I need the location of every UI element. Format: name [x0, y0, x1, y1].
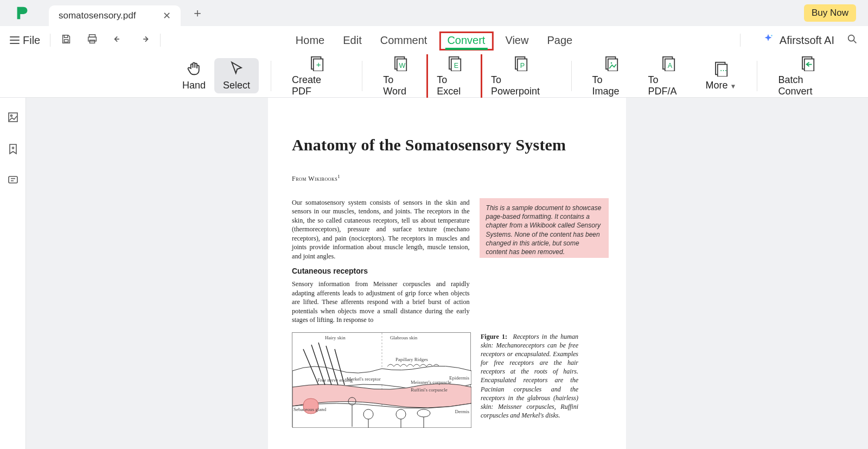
search-icon[interactable] [846, 33, 858, 48]
print-icon[interactable] [86, 33, 98, 47]
tool-to-pdfa[interactable]: A To PDF/A [640, 53, 697, 99]
tool-to-word[interactable]: W To Word [374, 53, 426, 99]
chevron-down-icon: ▼ [730, 83, 737, 90]
right-menu: Afirstsoft AI [730, 33, 858, 48]
svg-rect-28 [805, 59, 814, 71]
paragraph-1: Our somatosensory system consists of sen… [292, 198, 470, 261]
menu-page[interactable]: Page [547, 34, 572, 47]
tool-create-pdf-label: Create PDF [292, 74, 341, 97]
document-tab[interactable]: somatosensory.pdf ✕ [49, 5, 181, 26]
menu-bar: File Home Edit Comment Convert View Page [0, 26, 868, 54]
divider [757, 61, 757, 91]
quick-actions [60, 33, 150, 47]
menu-home[interactable]: Home [296, 34, 324, 47]
tool-to-image-label: To Image [592, 74, 631, 97]
fig-label-ruffini: Ruffini's corpuscle [411, 387, 448, 393]
svg-text:E: E [454, 61, 458, 69]
bookmark-add-icon[interactable] [7, 142, 20, 157]
comments-icon[interactable] [7, 174, 20, 189]
svg-text:A: A [667, 61, 672, 69]
svg-point-5 [848, 35, 854, 41]
main-menu: Home Edit Comment Convert View Page [296, 34, 572, 47]
fig-label-meissner: Meissner's corpuscle [411, 380, 451, 385]
tool-to-powerpoint-label: To Powerpoint [491, 74, 551, 97]
figure-caption: Figure 1: Receptors in the human skin: M… [481, 332, 578, 427]
svg-point-20 [611, 62, 612, 64]
tool-batch-convert-label: Batch Convert [778, 74, 838, 97]
tool-to-excel[interactable]: E To Excel [432, 55, 476, 97]
tool-create-pdf[interactable]: + Create PDF [283, 53, 350, 99]
svg-rect-0 [65, 40, 68, 42]
fig-label-papillary: Papillary Ridges [395, 357, 428, 362]
buy-now-button[interactable]: Buy Now [804, 4, 856, 22]
ai-label: Afirstsoft AI [780, 34, 834, 47]
divider [50, 34, 50, 47]
main-column: Our somatosensory system consists of sen… [292, 198, 470, 330]
note-box: This is a sample document to showcase pa… [480, 198, 609, 258]
subheading: Cutaneous receptors [292, 266, 470, 276]
figure-caption-lead: Figure 1: [481, 333, 507, 340]
thumbnails-icon[interactable] [7, 111, 20, 126]
svg-rect-31 [9, 176, 17, 183]
undo-icon[interactable] [112, 33, 124, 47]
svg-text:P: P [520, 61, 525, 69]
divider [160, 34, 161, 47]
title-bar: somatosensory.pdf ✕ ＋ Buy Now [0, 0, 868, 26]
document-canvas[interactable]: Anatomy of the Somatosensory System From… [26, 98, 868, 449]
svg-point-30 [10, 115, 12, 117]
tool-select[interactable]: Select [214, 58, 259, 93]
fig-label-merkels: Merkel's receptor [347, 376, 381, 382]
fig-label-glabrous: Glabrous skin [390, 335, 417, 340]
sparkle-icon [762, 33, 774, 48]
tool-to-powerpoint[interactable]: P To Powerpoint [482, 53, 559, 99]
divider [571, 61, 572, 91]
document-tab-title: somatosensory.pdf [59, 10, 136, 21]
close-tab-icon[interactable]: ✕ [163, 10, 171, 22]
app-logo-icon [14, 5, 30, 21]
pdf-page: Anatomy of the Somatosensory System From… [268, 98, 626, 449]
svg-text:+: + [316, 59, 321, 68]
menu-edit[interactable]: Edit [343, 34, 361, 47]
byline-footnote: 1 [337, 174, 340, 179]
tool-to-excel-label: To Excel [437, 74, 472, 97]
tool-to-image[interactable]: To Image [584, 53, 640, 99]
svg-rect-3 [90, 40, 95, 43]
svg-text:W: W [399, 61, 406, 69]
ai-button[interactable]: Afirstsoft AI [762, 33, 834, 48]
paragraph-2: Sensory information from Meissner corpus… [292, 280, 470, 324]
hamburger-icon [10, 36, 20, 44]
tool-more[interactable]: ⋯ More▼ [697, 58, 745, 93]
divider [271, 61, 271, 91]
document-title: Anatomy of the Somatosensory System [292, 136, 609, 154]
tool-batch-convert[interactable]: Batch Convert [769, 53, 846, 99]
document-byline: From Wikibooks1 [292, 174, 609, 183]
save-icon[interactable] [60, 33, 72, 47]
menu-convert[interactable]: Convert [447, 34, 485, 46]
redo-icon[interactable] [138, 33, 150, 47]
tool-hand-label: Hand [182, 80, 206, 91]
menu-view[interactable]: View [505, 34, 528, 47]
divider [362, 61, 362, 91]
figure-diagram: Hairy skin Glabrous skin Epidermis Dermi… [292, 332, 471, 427]
divider [740, 34, 741, 47]
new-tab-button[interactable]: ＋ [192, 5, 203, 21]
fig-label-sebaceous: Sebaceous gland [293, 407, 326, 412]
tool-more-label: More▼ [706, 80, 737, 91]
tool-to-word-label: To Word [383, 74, 418, 97]
fig-label-epidermis: Epidermis [449, 375, 469, 381]
tool-hand[interactable]: Hand [174, 58, 214, 93]
menu-comment[interactable]: Comment [380, 34, 427, 47]
figure-caption-text: Receptors in the human skin: Mechanorece… [481, 333, 578, 420]
file-menu-button[interactable]: File [10, 34, 40, 47]
svg-point-4 [771, 35, 773, 36]
tool-select-label: Select [223, 80, 250, 91]
workspace: Anatomy of the Somatosensory System From… [0, 98, 868, 449]
ribbon-toolbar: Hand Select + Create PDF W To Word E To … [0, 54, 868, 98]
menu-convert-highlight: Convert [439, 31, 493, 50]
tool-to-pdfa-label: To PDF/A [648, 74, 688, 97]
svg-text:⋯: ⋯ [720, 67, 727, 74]
byline-text: From Wikibooks [292, 175, 337, 182]
fig-label-hairy: Hairy skin [325, 335, 346, 340]
left-sidebar [0, 98, 26, 449]
to-excel-highlight: E To Excel [426, 51, 482, 101]
